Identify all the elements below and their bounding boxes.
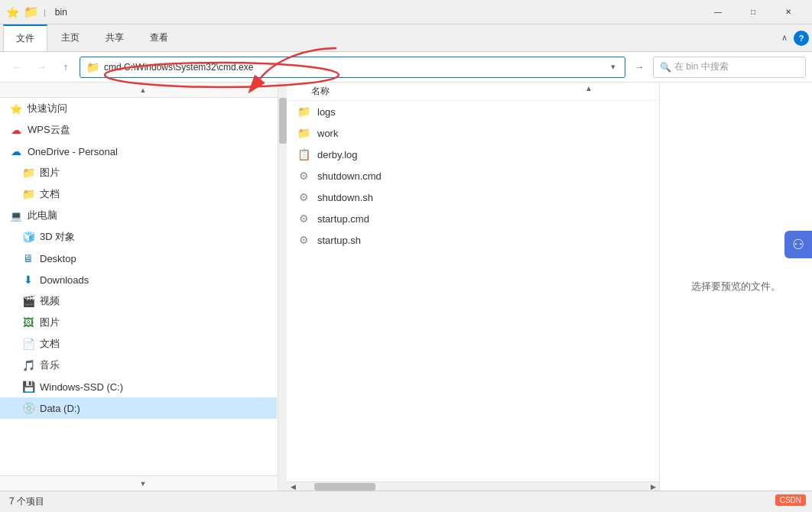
status-bar: 7 个项目 xyxy=(0,491,812,512)
log-file-icon: 📋 xyxy=(296,148,311,160)
sidebar-item-docs-od[interactable]: 📁 文档 xyxy=(0,183,277,205)
sh-file-icon: ⚙ xyxy=(296,234,311,246)
csdn-badge: CSDN xyxy=(775,494,806,506)
sidebar-label: 图片 xyxy=(40,316,60,329)
file-name: work xyxy=(317,128,338,139)
file-name: startup.sh xyxy=(317,235,361,246)
drive-d-icon: 💿 xyxy=(21,402,35,414)
preview-panel: 选择要预览的文件。 xyxy=(659,83,812,491)
file-item-startup-sh[interactable]: ⚙ startup.sh xyxy=(287,229,659,251)
sidebar-label: 快速访问 xyxy=(28,102,67,115)
title-icons: ⭐ 📁 | xyxy=(6,5,46,19)
sidebar-item-documents[interactable]: 📄 文档 xyxy=(0,333,277,355)
maximize-button[interactable]: □ xyxy=(736,0,771,24)
file-item-shutdown-sh[interactable]: ⚙ shutdown.sh xyxy=(287,186,659,208)
tab-view[interactable]: 查看 xyxy=(138,24,180,51)
content-area: ▲ 名称 📁 logs 📁 work 📋 derby.log ⚙ s xyxy=(287,83,659,491)
scroll-left-button[interactable]: ◀ xyxy=(287,482,299,491)
file-item-shutdown-cmd[interactable]: ⚙ shutdown.cmd xyxy=(287,165,659,186)
sidebar-label: Windows-SSD (C:) xyxy=(40,381,123,393)
drive-c-icon: 💾 xyxy=(21,381,35,393)
back-button[interactable]: ← xyxy=(6,57,28,78)
sidebar-item-videos[interactable]: 🎬 视频 xyxy=(0,290,277,312)
folder-icon: 📁 xyxy=(21,167,35,179)
file-name: startup.cmd xyxy=(317,213,369,225)
ribbon: 文件 主页 共享 查看 ∧ ? xyxy=(0,24,812,52)
sidebar-item-thispc[interactable]: 💻 此电脑 xyxy=(0,205,277,226)
address-dropdown-icon[interactable]: ▾ xyxy=(608,62,619,72)
file-item-startup-cmd[interactable]: ⚙ startup.cmd xyxy=(287,208,659,229)
sidebar-item-quick-access[interactable]: ⭐ 快速访问 xyxy=(0,98,277,119)
address-text: cmd C:\Windows\System32\cmd.exe xyxy=(104,62,603,73)
videos-icon: 🎬 xyxy=(21,295,35,307)
sidebar-label: 此电脑 xyxy=(28,209,57,222)
sidebar-label: 视频 xyxy=(40,294,60,308)
sidebar-label: OneDrive - Personal xyxy=(28,146,118,157)
folder-icon: 📁 xyxy=(296,105,311,118)
folder-icon: 📁 xyxy=(21,188,35,200)
sidebar-item-windows-ssd[interactable]: 💾 Windows-SSD (C:) xyxy=(0,376,277,397)
app-icon: ⚇ xyxy=(792,236,804,253)
desktop-icon: 🖥 xyxy=(21,252,35,264)
sidebar-scroll-down[interactable]: ▼ xyxy=(0,475,287,491)
documents-icon: 📄 xyxy=(21,338,35,350)
tab-home[interactable]: 主页 xyxy=(49,24,92,51)
up-button[interactable]: ↑ xyxy=(55,57,76,78)
sidebar-item-data-d[interactable]: 💿 Data (D:) xyxy=(0,397,277,419)
sidebar-label: 3D 对象 xyxy=(40,230,75,244)
file-item-logs[interactable]: 📁 logs xyxy=(287,101,659,122)
tab-file[interactable]: 文件 xyxy=(3,24,47,51)
address-go-button[interactable]: → xyxy=(628,57,650,78)
pictures-icon: 🖼 xyxy=(21,316,35,329)
sidebar-item-wps[interactable]: ☁ WPS云盘 xyxy=(0,119,277,141)
scroll-thumb[interactable] xyxy=(314,483,375,491)
address-folder-icon: 📁 xyxy=(86,61,99,73)
item-count: 7 个项目 xyxy=(9,495,44,508)
file-name: logs xyxy=(317,106,336,118)
cmd-file-icon: ⚙ xyxy=(296,170,311,182)
preview-text: 选择要预览的文件。 xyxy=(691,280,781,293)
ribbon-collapse-icon[interactable]: ∧ xyxy=(778,30,791,46)
search-icon: 🔍 xyxy=(660,62,671,73)
scroll-right-button[interactable]: ▶ xyxy=(647,482,659,491)
close-button[interactable]: ✕ xyxy=(771,0,806,24)
file-name: derby.log xyxy=(317,149,358,160)
file-item-work[interactable]: 📁 work xyxy=(287,122,659,144)
forward-button[interactable]: → xyxy=(31,57,52,78)
sidebar-item-3dobjects[interactable]: 🧊 3D 对象 xyxy=(0,226,277,248)
sidebar-item-desktop[interactable]: 🖥 Desktop xyxy=(0,248,277,269)
sidebar-item-pictures[interactable]: 🖼 图片 xyxy=(0,312,277,333)
cmd-file-icon: ⚙ xyxy=(296,212,311,225)
file-name: shutdown.cmd xyxy=(317,170,382,182)
sidebar-item-music[interactable]: 🎵 音乐 xyxy=(0,355,277,376)
right-app-button[interactable]: ⚇ xyxy=(784,231,812,258)
main-layout: ▲ ⭐ 快速访问 ☁ WPS云盘 ☁ OneDrive - Personal 📁… xyxy=(0,83,812,491)
3d-icon: 🧊 xyxy=(21,231,35,243)
window-controls: — □ ✕ xyxy=(700,0,806,24)
search-placeholder: 在 bin 中搜索 xyxy=(674,60,799,73)
sidebar-item-pictures-od[interactable]: 📁 图片 xyxy=(0,162,277,183)
minimize-button[interactable]: — xyxy=(700,0,736,24)
sidebar-scroll-up[interactable]: ▲ xyxy=(0,83,287,98)
help-button[interactable]: ? xyxy=(794,31,809,46)
downloads-icon: ⬇ xyxy=(21,274,35,286)
wps-icon: ☁ xyxy=(9,124,23,136)
column-name-header[interactable]: 名称 xyxy=(296,85,336,98)
file-item-derby-log[interactable]: 📋 derby.log xyxy=(287,144,659,165)
music-icon: 🎵 xyxy=(21,359,35,371)
onedrive-icon: ☁ xyxy=(9,145,23,157)
sidebar-scroll-thumb[interactable] xyxy=(279,98,287,144)
sidebar-item-downloads[interactable]: ⬇ Downloads xyxy=(0,269,277,290)
tab-share[interactable]: 共享 xyxy=(93,24,136,51)
horizontal-scrollbar: ◀ ▶ xyxy=(287,481,659,491)
sidebar-label: 图片 xyxy=(40,166,60,180)
sort-up-arrow: ▲ xyxy=(585,84,593,92)
sidebar-item-onedrive[interactable]: ☁ OneDrive - Personal xyxy=(0,141,277,162)
address-bar-row: ← → ↑ 📁 cmd C:\Windows\System32\cmd.exe … xyxy=(0,52,812,83)
address-box[interactable]: 📁 cmd C:\Windows\System32\cmd.exe ▾ xyxy=(80,57,625,78)
sidebar-wrapper: ▲ ⭐ 快速访问 ☁ WPS云盘 ☁ OneDrive - Personal 📁… xyxy=(0,83,287,491)
thispc-icon: 💻 xyxy=(9,210,23,222)
search-box[interactable]: 🔍 在 bin 中搜索 xyxy=(653,57,806,78)
sidebar-label: Downloads xyxy=(40,274,89,286)
file-name: shutdown.sh xyxy=(317,192,373,203)
